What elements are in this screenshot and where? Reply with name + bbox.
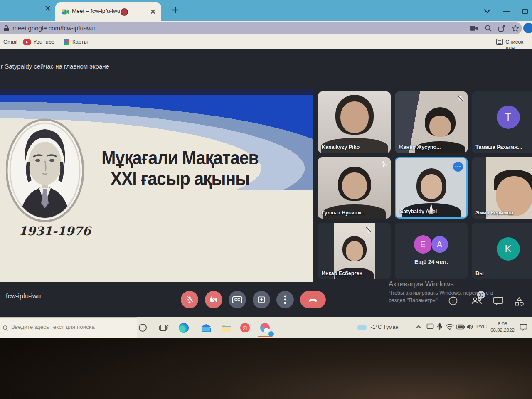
participant-avatar: K [497,237,520,261]
slide-title-line2: ХХІ ғасыр ақыны [91,169,269,190]
slide-years: 1931-1976 [19,224,91,238]
captions-button[interactable]: CC [229,291,246,308]
slide-title: Мұқағали Мақатаев ХХІ ғасыр ақыны [91,148,269,190]
display-icon[interactable] [426,323,434,330]
participant-tile-active-speaker[interactable]: ••• Satybaldy Anel [395,157,468,219]
presenting-banner: r Satypaldy сейчас на главном экране [1,63,109,70]
participant-avatar: T [497,106,520,129]
self-view-tile[interactable]: K Вы [472,223,532,279]
language-indicator[interactable]: РУС [476,324,487,330]
mail-icon[interactable] [201,323,211,333]
edge-icon[interactable] [179,323,189,333]
zoom-icon[interactable] [485,25,492,32]
end-call-button[interactable] [300,291,326,308]
activities-icon[interactable] [514,297,525,307]
windows-activation-title: Активация Windows [389,280,454,288]
bookmarks-divider [492,38,492,46]
mic-toggle-button[interactable] [181,291,198,308]
recording-indicator-icon [121,8,128,16]
meet-main-area: r Satypaldy сейчас на главном экране [0,49,532,317]
tab-meet[interactable]: Meet – fcw-ipfu-iwu [55,2,161,21]
participant-name: Эмир Керимов [475,210,513,216]
search-input[interactable] [10,323,133,330]
participant-tile[interactable]: T Тамаша Рахымж... [472,91,532,153]
camera-toggle-button[interactable] [205,291,222,308]
meet-control-bar: fcw-ipfu-iwu CC А [0,282,532,317]
laptop-screen: Meet – fcw-ipfu-iwu meet.google.com/fcw-… [0,0,532,340]
divider [2,293,2,301]
close-tab-icon[interactable] [150,9,156,15]
bookmark-youtube[interactable]: YouTube [33,39,54,45]
cc-icon: CC [232,296,242,303]
minimize-window-icon[interactable] [503,11,510,12]
wifi-icon[interactable] [446,324,454,330]
lock-icon [3,25,9,32]
close-tab-icon[interactable] [44,5,51,12]
chevron-down-icon[interactable] [483,8,491,14]
mic-off-icon [185,296,194,304]
present-button[interactable] [253,291,270,308]
camera-icon[interactable] [470,25,478,32]
participant-tile[interactable]: Жанар Жусупо... [395,91,468,153]
action-center-icon[interactable] [520,324,527,331]
meeting-details-icon[interactable] [448,296,458,306]
task-view-icon[interactable] [159,323,169,333]
browser-address-row: meet.google.com/fcw-ipfu-iwu [0,21,532,35]
participants-count-badge: 33 [477,291,485,299]
overflow-avatar-a: A [431,235,449,254]
microphone-icon[interactable] [437,323,442,331]
mic-off-icon [457,95,464,102]
bookmark-star-icon[interactable] [512,25,519,32]
clock[interactable]: 8:08 08.02.2022 [489,321,516,333]
browser-tab-bar: Meet – fcw-ipfu-iwu [0,0,532,21]
overflow-avatar-e: E [414,235,432,254]
slide-title-line1: Мұқағали Мақатаев [91,148,269,169]
yandex-browser-icon[interactable]: Я [240,323,250,332]
bookmark-maps[interactable]: Карты [72,39,88,45]
participant-name: Инкар Есберген [322,271,362,276]
participant-tile[interactable]: Эмир Керимов [472,157,532,219]
participant-tile[interactable]: Инкар Есберген [318,223,391,279]
windows-search-box[interactable] [0,317,137,338]
bookmark-gmail[interactable]: Gmail [3,39,17,45]
laptop-photo: Meet – fcw-ipfu-iwu meet.google.com/fcw-… [0,0,532,399]
url-text: meet.google.com/fcw-ipfu-iwu [12,25,95,32]
volume-icon[interactable] [466,323,473,330]
weather-icon [357,325,367,330]
date-label: 08.02.2022 [489,327,516,333]
participant-name: Гулшат Нусипж... [322,210,365,216]
cortana-icon[interactable] [139,324,147,332]
more-options-button[interactable] [276,291,294,308]
share-icon[interactable] [498,25,505,32]
participant-name: Satybaldy Anel [400,209,437,214]
more-vertical-icon [284,295,286,304]
poet-portrait [6,118,84,222]
weather-label[interactable]: -1°C Туман [371,324,399,330]
overflow-tile[interactable]: E A Ещё 24 чел. [395,223,468,279]
meeting-code: fcw-ipfu-iwu [6,293,41,300]
battery-icon[interactable] [456,324,466,330]
profile-avatar[interactable] [523,23,532,33]
presentation-slide[interactable]: Мұқағали Мақатаев ХХІ ғасыр ақыны 1931-1… [0,89,313,282]
participant-tile[interactable]: Kanaikyzy Piko [318,91,391,153]
address-bar[interactable]: meet.google.com/fcw-ipfu-iwu [0,22,522,34]
new-tab-icon[interactable] [171,6,180,14]
maps-icon [63,39,70,45]
tab-title: Meet – fcw-ipfu-iwu [72,8,120,14]
file-explorer-icon[interactable] [221,323,231,333]
laptop-bezel [0,338,532,399]
participant-tile[interactable]: Гулшат Нусипж... [318,157,391,219]
avatar-initial: K [505,243,511,255]
speaking-indicator: ••• [453,162,463,172]
reading-list-icon[interactable] [496,39,503,45]
tray-expand-icon[interactable] [416,325,421,329]
end-call-icon [308,297,318,302]
windows-taskbar: Я -1°C Туман РУС 8:08 08.02.2022 [0,317,532,338]
chat-icon[interactable] [493,296,504,306]
mic-off-icon [365,226,372,234]
overflow-count-label: Ещё 24 чел. [414,259,448,265]
camera-off-icon [209,296,218,304]
youtube-icon [23,39,31,45]
yandex-letter: Я [243,325,247,331]
maximize-window-icon[interactable] [522,8,528,15]
